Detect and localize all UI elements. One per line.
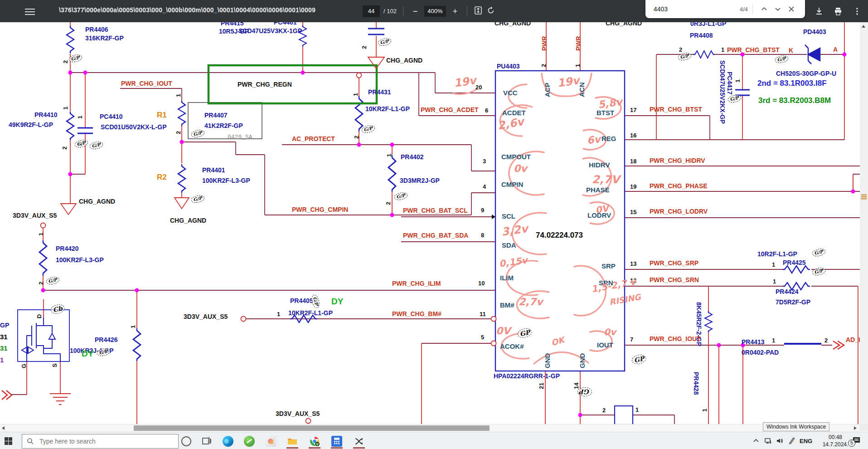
schematic-label: 17 — [630, 107, 636, 113]
menu-icon[interactable] — [25, 7, 35, 14]
pen-icon[interactable] — [788, 432, 796, 449]
handwritten-annotation: 2,7v — [519, 297, 543, 307]
vertical-scrollbar[interactable] — [860, 22, 868, 431]
schematic-label: PWR_CHG_IOUT — [650, 336, 701, 342]
chrome-icon[interactable]: V — [309, 436, 320, 447]
cortana-icon[interactable] — [181, 436, 192, 447]
green-app-icon[interactable] — [244, 436, 255, 447]
schematic-label: 100KR2F-L3-GP — [56, 257, 104, 264]
schematic-label: 316KR2F-GP — [85, 35, 124, 42]
schematic-label: PR4431 — [368, 89, 391, 96]
volume-icon[interactable] — [776, 432, 784, 449]
scroll-up-arrow[interactable] — [862, 25, 865, 28]
schematic-label: GP — [0, 322, 9, 329]
schematic-label: DY — [331, 297, 343, 306]
schematic-label: 1 — [386, 154, 393, 157]
paint-app-icon[interactable] — [265, 436, 276, 447]
schematic-label: PWR_CHG_BM# — [392, 311, 441, 317]
schematic-label: 1 — [575, 64, 581, 67]
schematic-label: 2 — [541, 64, 547, 67]
schematic-label: 13 — [630, 261, 636, 267]
schematic-label: 4 — [483, 184, 486, 190]
sharex-icon[interactable] — [354, 436, 364, 447]
tray-chevron[interactable] — [752, 432, 760, 449]
schematic-label: CHG_AGND — [386, 57, 422, 64]
schematic-label: 1 — [772, 337, 775, 344]
schematic-label: 1 — [353, 93, 359, 96]
tooltip: Windows Ink Workspace — [763, 422, 829, 431]
fit-page-icon — [474, 6, 483, 15]
task-view-icon[interactable] — [201, 436, 212, 447]
schematic-label: PWR_CHG_REGN — [238, 81, 292, 88]
scroll-right-arrow[interactable] — [854, 426, 857, 430]
schematic-label: 1 — [277, 311, 280, 317]
find-next-button[interactable] — [771, 2, 785, 16]
schematic-label: 2 — [354, 136, 360, 139]
schematic-label: PC4417 — [726, 72, 733, 95]
schematic-label: 15 — [630, 209, 636, 215]
running-indicator — [286, 447, 298, 449]
scroll-left-arrow[interactable] — [2, 426, 5, 430]
schematic-label: CMPOUT — [501, 153, 531, 161]
more-options-icon[interactable] — [853, 7, 862, 16]
schematic-label: CHG_AGND — [79, 198, 115, 205]
taskbar: V ENG 00:48 14.7.2024. 5 — [0, 432, 868, 449]
schematic-label: PWR_CHG_LODRV — [650, 208, 708, 215]
find-close-button[interactable] — [785, 2, 798, 16]
schematic-label: 1 — [773, 278, 776, 285]
start-button[interactable] — [5, 437, 12, 445]
schematic-label: 1 — [130, 325, 136, 328]
schematic-label: ACP — [544, 83, 551, 97]
horizontal-scrollbar-thumb[interactable] — [134, 425, 490, 431]
find-bar: 4/4 — [645, 0, 805, 18]
download-icon[interactable] — [815, 7, 824, 16]
schematic-label: ILIM — [500, 274, 514, 282]
taskbar-search[interactable] — [22, 434, 179, 449]
calculator-icon[interactable] — [331, 436, 342, 447]
schematic-label: PWR_CHG_CMPIN — [292, 206, 348, 213]
network-glyph — [764, 437, 772, 445]
schematic-label: 10KR2F-L1-GP — [288, 310, 333, 317]
action-center-icon[interactable]: 5 — [851, 432, 861, 449]
page-controls: / 102 − 400% + — [363, 0, 495, 22]
language-indicator[interactable]: ENG — [800, 432, 812, 449]
schematic-label: PR4428 — [693, 372, 699, 395]
zoom-in-button[interactable]: + — [450, 6, 461, 17]
network-icon[interactable] — [764, 432, 772, 449]
schematic-label: PU4403 — [497, 63, 520, 70]
taskbar-search-input[interactable] — [39, 437, 167, 445]
running-indicator — [331, 447, 343, 449]
schematic-label: 10 — [478, 280, 485, 287]
schematic-label: HIDRV — [589, 161, 610, 169]
file-explorer-icon[interactable] — [287, 436, 298, 447]
schematic-label: 11 — [480, 311, 486, 317]
find-previous-button[interactable] — [757, 2, 771, 16]
schematic-label: 3D3V_AUX_S5 — [184, 313, 228, 320]
schematic-drawing: {} — [0, 0, 868, 449]
schematic-label: PR4407 — [204, 112, 228, 119]
page-number-input[interactable] — [363, 5, 380, 17]
schematic-label: 8 — [481, 232, 484, 239]
schematic-label: PR4402 — [401, 154, 424, 161]
schematic-label: 2nd = 83.1R003.I8F — [757, 79, 827, 88]
schematic-label: 1 — [702, 409, 708, 412]
rotate-button[interactable] — [486, 6, 495, 16]
schematic-label: AC_PROTECT — [292, 136, 335, 142]
zoom-level[interactable]: 400% — [424, 6, 446, 17]
schematic-label: G — [21, 364, 27, 368]
horizontal-scrollbar[interactable] — [0, 424, 860, 432]
page-total: / 102 — [383, 8, 397, 15]
zoom-out-button[interactable]: − — [410, 6, 421, 17]
schematic-label: 100KR2F-L3-GP — [202, 177, 250, 184]
fit-page-button[interactable] — [474, 6, 483, 16]
schematic-label: PWR_CHG_BTST — [650, 106, 702, 113]
task-view-glyph — [201, 436, 212, 447]
schematic-label: 2 — [679, 47, 682, 53]
schematic-label: CH520S-30GP-GP-U — [776, 70, 836, 77]
edge-icon[interactable] — [223, 436, 233, 447]
clock[interactable]: 00:48 14.7.2024. — [821, 434, 849, 448]
schematic-label: 31 — [0, 333, 8, 341]
print-icon[interactable] — [834, 7, 843, 16]
schematic-label: 2 — [824, 337, 828, 344]
find-input[interactable] — [653, 5, 723, 13]
